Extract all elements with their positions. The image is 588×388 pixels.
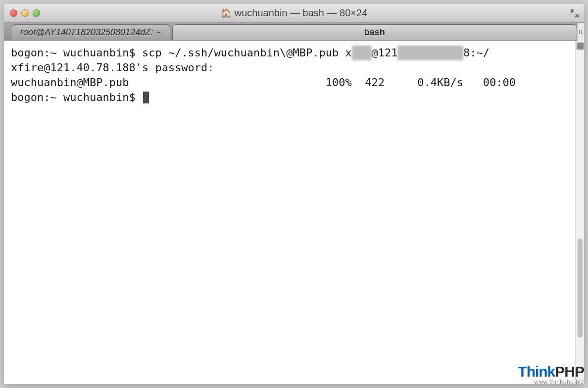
terminal-output[interactable]: bogon:~ wuchuanbin$ scp ~/.ssh/wuchuanbi… (4, 41, 575, 384)
terminal-window: 🏠 wuchuanbin — bash — 80×24 root@AY14071… (4, 4, 584, 384)
cmd-text: 8:~/ (463, 47, 490, 59)
window-title-text: wuchuanbin — bash — 80×24 (235, 7, 368, 19)
prompt: bogon:~ wuchuanbin$ (11, 91, 142, 103)
terminal-area[interactable]: bogon:~ wuchuanbin$ scp ~/.ssh/wuchuanbi… (4, 41, 584, 384)
tab-bar: root@AY14071820325080124dZ: ~ bash u (4, 23, 584, 41)
close-button[interactable] (10, 9, 17, 17)
transfer-size: 422 (365, 76, 385, 89)
zoom-button[interactable] (33, 9, 40, 17)
cmd-text: @121 (372, 47, 398, 59)
scroll-thumb[interactable] (578, 239, 583, 338)
fullscreen-icon[interactable] (570, 9, 579, 18)
transfer-file: wuchuanbin@MBP.pub (11, 76, 129, 89)
minimize-button[interactable] (21, 9, 29, 17)
titlebar: 🏠 wuchuanbin — bash — 80×24 (4, 4, 584, 23)
redacted-text: ██████████ (397, 46, 463, 60)
scrollbar[interactable] (575, 41, 584, 384)
cmd-text: scp ~/.ssh/wuchuanbin\@MBP.pub x (142, 47, 352, 59)
tab-overflow: u (577, 23, 584, 41)
tab-bash[interactable]: bash (172, 24, 577, 40)
window-title: 🏠 wuchuanbin — bash — 80×24 (4, 7, 584, 19)
home-icon: 🏠 (221, 8, 232, 19)
prompt: bogon:~ wuchuanbin$ (11, 47, 142, 59)
redacted-text: ███ (352, 46, 372, 60)
transfer-rate: 0.4KB/s (417, 76, 463, 89)
traffic-lights (4, 9, 40, 17)
transfer-time: 00:00 (483, 76, 516, 89)
output-line: xfire@121.40.78.188's password: (11, 61, 214, 74)
cursor (143, 92, 149, 103)
scroll-indicator-icon (577, 43, 584, 49)
tab-label: root@AY14071820325080124dZ: ~ (20, 27, 161, 38)
tab-root-session[interactable]: root@AY14071820325080124dZ: ~ (11, 24, 170, 40)
tab-label: bash (364, 27, 385, 38)
transfer-pct: 100% (326, 76, 352, 89)
